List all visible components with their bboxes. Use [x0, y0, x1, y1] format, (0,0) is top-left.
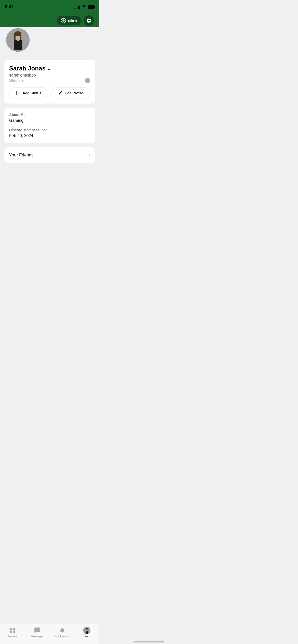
chat-icon [16, 91, 21, 95]
user-name-row: Sarah Jonas ⌄ [9, 65, 90, 72]
nitro-icon [61, 18, 66, 23]
display-name: Sarah Jonas [9, 65, 46, 72]
status-dot [85, 78, 90, 83]
about-me-title: About Me [9, 113, 90, 117]
status-time: 9:41 [5, 5, 13, 9]
profile-card: Sarah Jonas ⌄ sarahjonasbob She/Her Add … [4, 60, 95, 104]
username: sarahjonasbob [9, 73, 90, 78]
edit-profile-label: Edit Profile [65, 91, 83, 95]
gear-icon [86, 18, 91, 23]
svg-rect-8 [17, 39, 19, 41]
add-status-button[interactable]: Add Status [9, 87, 48, 98]
avatar-container [5, 27, 31, 53]
nitro-label: Nitro [68, 19, 77, 23]
avatar [5, 27, 31, 53]
chevron-right-icon: › [89, 152, 90, 158]
pronouns: She/Her [9, 78, 24, 83]
nitro-button[interactable]: Nitro [57, 16, 81, 25]
friends-label: Your Friends [9, 153, 34, 158]
edit-profile-button[interactable]: Edit Profile [51, 87, 90, 98]
member-since-date: Feb 20, 2024 [9, 134, 90, 138]
battery-icon [88, 5, 94, 9]
svg-rect-5 [14, 33, 16, 41]
friends-card[interactable]: Your Friends › [4, 147, 95, 163]
svg-rect-7 [14, 40, 22, 50]
action-buttons: Add Status Edit Profile [9, 87, 90, 98]
member-since-title: Discord Member Since [9, 128, 90, 132]
settings-button[interactable] [84, 15, 94, 26]
wifi-icon [82, 5, 86, 9]
status-icons [75, 5, 94, 9]
about-me-card: About Me Gaming Discord Member Since Feb… [4, 108, 95, 143]
bio-text: Gaming [9, 118, 90, 123]
avatar-image [6, 28, 30, 52]
pencil-icon [58, 91, 63, 95]
profile-section [0, 27, 99, 60]
add-status-label: Add Status [23, 91, 41, 95]
pronouns-row: She/Her [9, 78, 90, 83]
chevron-down-icon[interactable]: ⌄ [47, 66, 51, 71]
svg-rect-6 [20, 33, 21, 40]
status-bar: 9:41 [0, 0, 99, 13]
signal-icon [75, 5, 80, 9]
